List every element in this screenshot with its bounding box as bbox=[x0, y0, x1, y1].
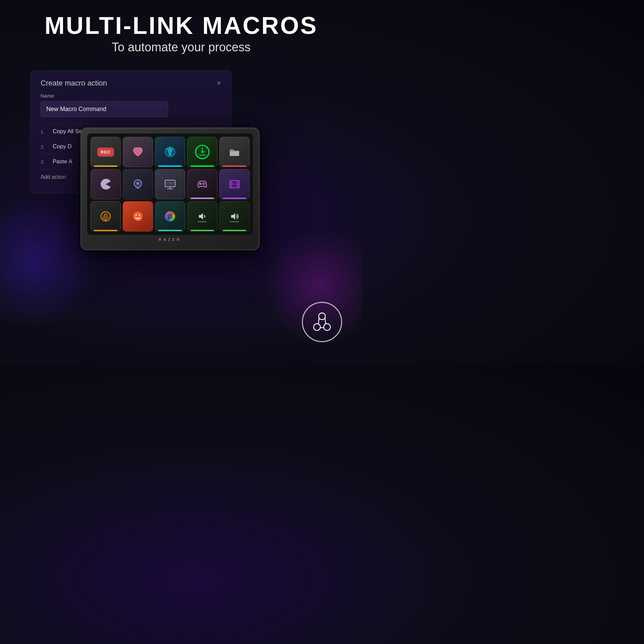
key-timer[interactable]: TIMER bbox=[187, 137, 217, 167]
svg-rect-17 bbox=[135, 188, 141, 189]
key-pacman[interactable] bbox=[91, 169, 121, 199]
main-subtitle: To automate your process bbox=[0, 40, 362, 54]
dialog-header: Create macro action × bbox=[41, 79, 221, 88]
header: MULTI-LINK MACROS To automate your proce… bbox=[0, 0, 362, 54]
lightbulb-icon bbox=[163, 145, 177, 159]
svg-rect-37 bbox=[238, 186, 238, 187]
key-color-wheel[interactable] bbox=[155, 201, 185, 231]
svg-rect-16 bbox=[137, 187, 139, 188]
svg-line-5 bbox=[167, 149, 168, 149]
key-webcam[interactable] bbox=[123, 169, 153, 199]
svg-rect-35 bbox=[238, 182, 238, 183]
volume-down-icon bbox=[196, 210, 209, 223]
svg-point-48 bbox=[169, 215, 171, 218]
key-volume-down[interactable] bbox=[187, 201, 217, 231]
key-folder[interactable] bbox=[219, 137, 250, 167]
gamepad-icon bbox=[196, 177, 209, 191]
svg-point-27 bbox=[203, 184, 204, 185]
svg-rect-40 bbox=[104, 214, 107, 218]
svg-line-6 bbox=[172, 149, 173, 149]
svg-point-43 bbox=[133, 212, 143, 221]
razer-stream-controller: REC bbox=[80, 127, 260, 250]
svg-point-28 bbox=[202, 183, 203, 184]
svg-point-26 bbox=[204, 183, 205, 184]
key-lightbulb[interactable] bbox=[155, 137, 185, 167]
key-monitor[interactable] bbox=[155, 169, 185, 199]
svg-rect-2 bbox=[168, 154, 172, 155]
svg-text:TIMER: TIMER bbox=[199, 154, 206, 156]
svg-text:FILM: FILM bbox=[232, 183, 237, 185]
key-heart[interactable] bbox=[123, 137, 153, 167]
key-gamepad[interactable] bbox=[187, 169, 217, 199]
svg-rect-36 bbox=[238, 184, 238, 185]
action-number-2: 2. bbox=[41, 144, 47, 150]
heart-icon bbox=[131, 145, 145, 159]
key-emoji[interactable] bbox=[123, 201, 153, 231]
action-number-1: 1. bbox=[41, 129, 47, 135]
svg-point-52 bbox=[314, 324, 320, 330]
svg-point-25 bbox=[203, 183, 204, 184]
close-button[interactable]: × bbox=[217, 79, 221, 87]
svg-rect-3 bbox=[169, 155, 171, 156]
svg-point-53 bbox=[324, 324, 330, 330]
folder-icon bbox=[228, 145, 241, 159]
action-text-3: Paste A bbox=[53, 158, 72, 165]
key-film[interactable]: FILM bbox=[219, 169, 250, 199]
webcam-icon bbox=[131, 177, 145, 191]
macro-name-input[interactable]: New Macro Command bbox=[41, 101, 168, 117]
razer-logo bbox=[302, 302, 342, 342]
rec-label: REC bbox=[97, 148, 114, 157]
pacman-icon bbox=[99, 177, 112, 191]
svg-point-44 bbox=[136, 214, 137, 216]
svg-point-51 bbox=[319, 313, 325, 320]
action-number-3: 3. bbox=[41, 159, 47, 165]
emoji-icon bbox=[131, 210, 145, 223]
key-rec[interactable]: REC bbox=[91, 137, 121, 167]
svg-line-54 bbox=[318, 318, 319, 324]
volume-up-icon bbox=[228, 210, 241, 223]
name-label: Name bbox=[41, 93, 221, 99]
razer-nodes-icon bbox=[310, 310, 334, 334]
svg-rect-34 bbox=[230, 186, 231, 187]
main-title: MULTI-LINK MACROS bbox=[0, 13, 362, 38]
mic-icon bbox=[99, 210, 112, 223]
color-wheel-icon bbox=[163, 210, 177, 223]
action-text-2: Copy D bbox=[53, 143, 72, 150]
razer-logo-circle bbox=[302, 302, 342, 342]
svg-rect-32 bbox=[230, 182, 231, 183]
device-brand-label: RAZER bbox=[87, 237, 253, 241]
timer-icon: TIMER bbox=[194, 143, 211, 161]
svg-point-15 bbox=[137, 182, 139, 184]
device-body: REC bbox=[80, 127, 260, 250]
dialog-title: Create macro action bbox=[41, 79, 107, 88]
key-microphone[interactable] bbox=[91, 201, 121, 231]
svg-line-55 bbox=[325, 318, 326, 324]
film-icon: FILM bbox=[228, 177, 241, 191]
monitor-icon bbox=[163, 177, 177, 191]
svg-rect-33 bbox=[230, 184, 231, 185]
device-screen: REC bbox=[87, 133, 253, 235]
svg-point-45 bbox=[139, 214, 140, 216]
key-volume-up[interactable] bbox=[219, 201, 250, 231]
